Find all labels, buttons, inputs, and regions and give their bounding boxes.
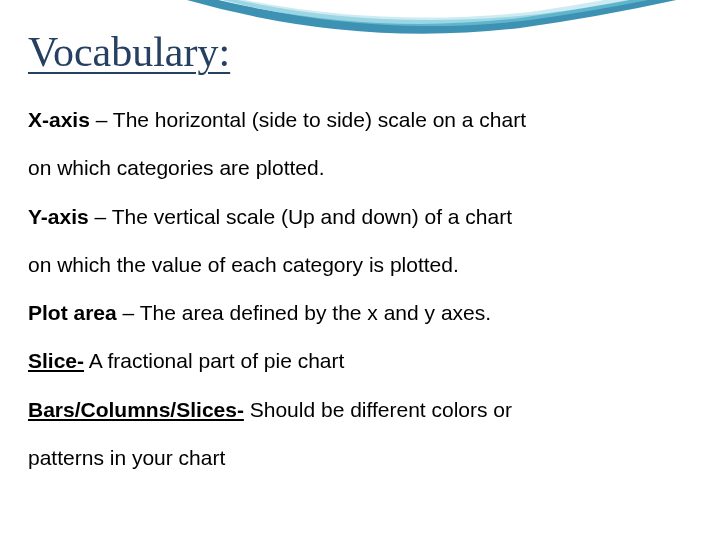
vocabulary-content: X-axis – The horizontal (side to side) s… [28, 96, 692, 482]
def-text: Should be different colors or [250, 398, 512, 421]
def-bars-line1: Bars/Columns/Slices- Should be different… [28, 386, 692, 434]
def-bars-line2: patterns in your chart [28, 434, 692, 482]
def-xaxis-line1: X-axis – The horizontal (side to side) s… [28, 96, 692, 144]
def-slice: Slice- A fractional part of pie chart [28, 337, 692, 385]
def-text: The horizontal (side to side) scale on a… [113, 108, 526, 131]
term-bars: Bars/Columns/Slices- [28, 398, 244, 421]
sep: – [89, 205, 112, 228]
def-text: The vertical scale (Up and down) of a ch… [112, 205, 512, 228]
def-xaxis-line2: on which categories are plotted. [28, 144, 692, 192]
term-plotarea: Plot area [28, 301, 117, 324]
term-xaxis: X-axis [28, 108, 90, 131]
sep: – [90, 108, 113, 131]
sep: – [117, 301, 140, 324]
def-text: The area defined by the x and y axes. [140, 301, 491, 324]
def-text: A fractional part of pie chart [89, 349, 345, 372]
term-slice: Slice- [28, 349, 84, 372]
term-yaxis: Y-axis [28, 205, 89, 228]
def-plotarea: Plot area – The area defined by the x an… [28, 289, 692, 337]
def-yaxis-line1: Y-axis – The vertical scale (Up and down… [28, 193, 692, 241]
page-title: Vocabulary: [28, 28, 230, 76]
def-yaxis-line2: on which the value of each category is p… [28, 241, 692, 289]
